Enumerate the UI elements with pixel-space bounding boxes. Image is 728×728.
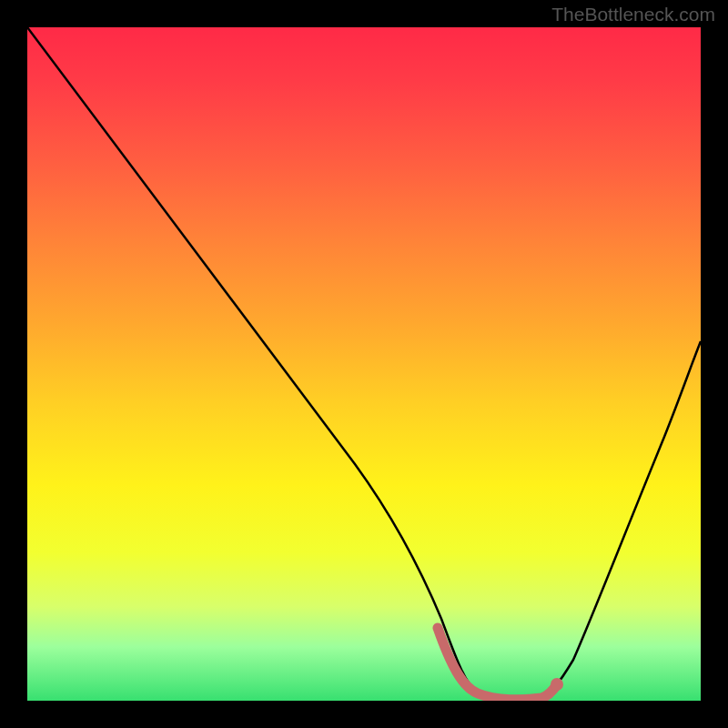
chart-plot-area [27, 27, 701, 701]
watermark-text: TheBottleneck.com [551, 4, 715, 25]
highlight-segment [438, 628, 557, 700]
highlight-dot-end [551, 678, 563, 691]
curve-line [27, 27, 701, 700]
chart-svg [27, 27, 701, 701]
